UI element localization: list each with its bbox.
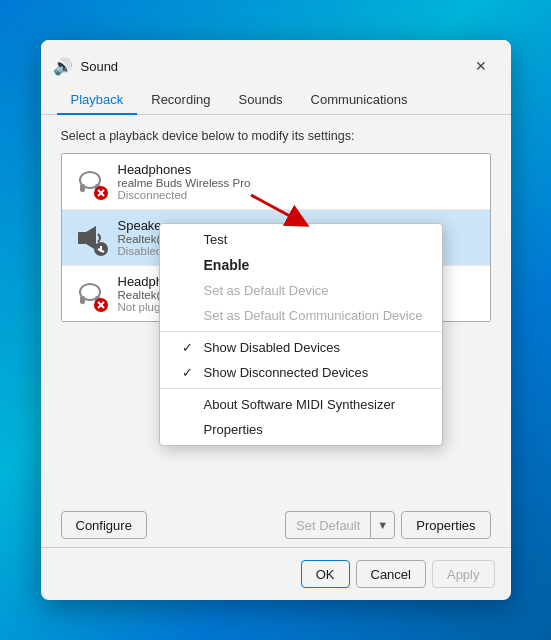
tab-bar: Playback Recording Sounds Communications [41,82,511,115]
tab-communications[interactable]: Communications [297,86,422,115]
device-icon-headphones-wireless [72,164,108,200]
ok-button[interactable]: OK [301,560,350,588]
configure-button[interactable]: Configure [61,511,147,539]
svg-line-8 [98,249,104,252]
tab-playback[interactable]: Playback [57,86,138,115]
footer-right-buttons: OK Cancel Apply [301,560,495,588]
context-menu-item-set-default: Set as Default Device [160,278,443,303]
context-menu-label-test: Test [204,232,228,247]
device-name-headphones-wireless: Headphones [118,162,251,177]
content-area: Select a playback device below to modify… [41,115,511,503]
sound-dialog: 🔊 Sound ✕ Playback Recording Sounds Comm… [41,40,511,600]
context-menu-label-about-midi: About Software MIDI Synthesizer [204,397,395,412]
page-description: Select a playback device below to modify… [61,129,491,143]
context-menu-item-show-disconnected[interactable]: ✓ Show Disconnected Devices [160,360,443,385]
device-status-headphones-wireless: Disconnected [118,189,251,201]
context-menu-item-test[interactable]: Test [160,227,443,252]
properties-button[interactable]: Properties [401,511,490,539]
window-title: Sound [81,59,467,74]
context-menu-label-show-disconnected: Show Disconnected Devices [204,365,369,380]
divider-1 [160,331,443,332]
context-menu-label-set-default: Set as Default Device [204,283,329,298]
context-menu-item-properties[interactable]: Properties [160,417,443,442]
context-menu-label-enable: Enable [204,257,250,273]
apply-button[interactable]: Apply [432,560,495,588]
svg-rect-10 [80,296,85,304]
check-show-disabled: ✓ [180,340,196,355]
device-icon-headphone-realtek [72,276,108,312]
context-menu-label-show-disabled: Show Disabled Devices [204,340,341,355]
context-menu-label-properties: Properties [204,422,263,437]
context-menu-item-set-default-comm: Set as Default Communication Device [160,303,443,328]
tab-recording[interactable]: Recording [137,86,224,115]
svg-rect-1 [80,184,85,192]
device-item-headphones-wireless[interactable]: Headphones realme Buds Wireless Pro Disc… [62,154,490,210]
cancel-button[interactable]: Cancel [356,560,426,588]
window-icon: 🔊 [53,56,73,76]
context-menu-item-show-disabled[interactable]: ✓ Show Disabled Devices [160,335,443,360]
svg-rect-5 [78,232,86,244]
divider-2 [160,388,443,389]
device-controls-bar: Configure Set Default ▼ Properties [41,503,511,539]
device-info-headphones-wireless: Headphones realme Buds Wireless Pro Disc… [118,162,251,201]
context-menu: Test Enable Set as Default Device Set as… [159,223,444,446]
context-menu-item-about-midi[interactable]: About Software MIDI Synthesizer [160,392,443,417]
title-bar: 🔊 Sound ✕ [41,40,511,82]
dialog-footer: OK Cancel Apply [41,547,511,600]
device-driver-headphones-wireless: realme Buds Wireless Pro [118,177,251,189]
close-button[interactable]: ✕ [467,52,495,80]
tab-sounds[interactable]: Sounds [225,86,297,115]
set-default-group: Set Default ▼ [285,511,395,539]
set-default-dropdown[interactable]: ▼ [370,511,395,539]
badge-disabled [94,242,108,256]
check-show-disconnected: ✓ [180,365,196,380]
badge-notplugged [94,298,108,312]
context-menu-label-set-default-comm: Set as Default Communication Device [204,308,423,323]
badge-disconnected [94,186,108,200]
context-menu-item-enable[interactable]: Enable [160,252,443,278]
set-default-button: Set Default [285,511,370,539]
device-icon-speakers [72,220,108,256]
